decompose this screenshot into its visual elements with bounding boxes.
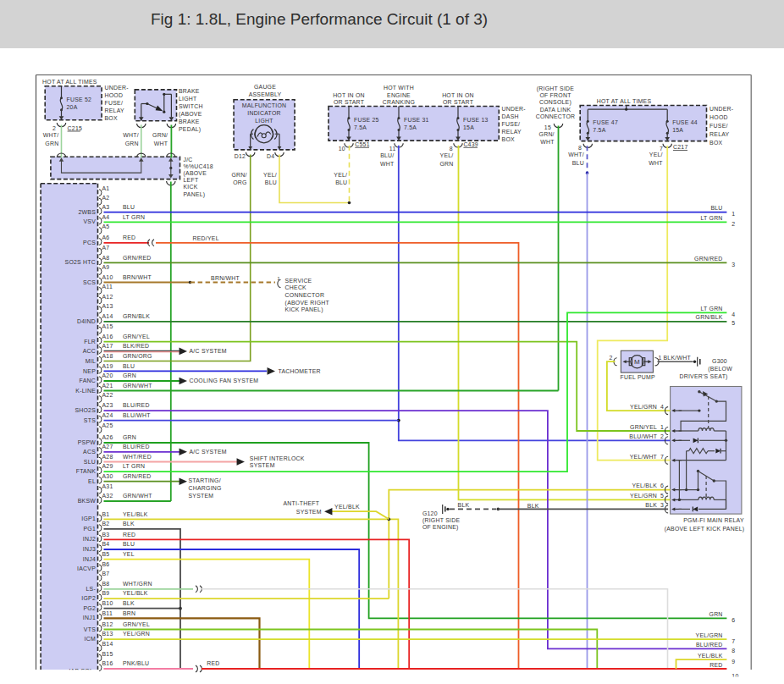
- svg-text:15A: 15A: [672, 127, 683, 133]
- svg-text:A21: A21: [102, 383, 113, 389]
- svg-text:PGM-FI MAIN RELAY: PGM-FI MAIN RELAY: [683, 517, 744, 523]
- svg-text:GRN/YEL: GRN/YEL: [123, 621, 150, 627]
- svg-text:DATA LINK: DATA LINK: [540, 107, 571, 113]
- svg-text:20A: 20A: [67, 104, 78, 110]
- svg-text:FLR: FLR: [84, 339, 96, 345]
- svg-text:BLK/WHT: BLK/WHT: [664, 355, 692, 361]
- svg-text:BLK/RED: BLK/RED: [123, 343, 149, 349]
- svg-text:Fig 1: 1.8L, Engine Performanc: Fig 1: 1.8L, Engine Performance Circuit …: [151, 10, 488, 28]
- svg-text:C217: C217: [673, 144, 687, 150]
- svg-text:BKSW: BKSW: [78, 498, 97, 504]
- svg-text:YEL/: YEL/: [263, 172, 277, 178]
- svg-text:GRN: GRN: [123, 372, 136, 378]
- svg-text:CONNECTOR: CONNECTOR: [536, 113, 576, 119]
- svg-text:INJ3: INJ3: [83, 546, 96, 552]
- svg-text:A16: A16: [102, 334, 113, 339]
- svg-text:SWITCH: SWITCH: [179, 103, 203, 109]
- svg-text:BLU: BLU: [335, 179, 347, 185]
- svg-text:RED: RED: [709, 662, 722, 668]
- svg-text:PSPW: PSPW: [78, 439, 97, 445]
- svg-text:RELAY: RELAY: [105, 108, 124, 113]
- svg-text:D4: D4: [267, 153, 274, 159]
- svg-text:PCS: PCS: [83, 240, 96, 245]
- svg-text:BLU: BLU: [123, 363, 135, 369]
- svg-text:M: M: [634, 358, 640, 366]
- svg-text:VSV: VSV: [83, 218, 96, 224]
- svg-text:GAUGE: GAUGE: [254, 84, 276, 90]
- svg-text:7.5A: 7.5A: [354, 124, 367, 130]
- svg-text:7: 7: [732, 638, 735, 644]
- svg-text:A23: A23: [102, 402, 113, 408]
- svg-text:LIGHT: LIGHT: [255, 118, 273, 124]
- svg-text:SERVICE: SERVICE: [285, 278, 312, 284]
- svg-text:FUEL PUMP: FUEL PUMP: [621, 374, 656, 380]
- svg-text:INJ2: INJ2: [83, 536, 96, 542]
- svg-text:(RIGHT SIDE: (RIGHT SIDE: [537, 86, 575, 92]
- svg-text:BLU: BLU: [265, 179, 277, 185]
- svg-text:3: 3: [732, 262, 735, 268]
- svg-text:FANC: FANC: [80, 378, 96, 383]
- svg-text:YEL/BLK: YEL/BLK: [698, 653, 723, 659]
- svg-text:YEL/: YEL/: [440, 152, 454, 158]
- svg-text:A27: A27: [102, 444, 113, 450]
- svg-text:OR START: OR START: [334, 99, 365, 105]
- svg-text:BLU: BLU: [710, 205, 722, 211]
- svg-text:RED/YEL: RED/YEL: [193, 235, 219, 241]
- svg-text:ACS: ACS: [83, 449, 96, 455]
- svg-text:BLK: BLK: [123, 521, 135, 527]
- svg-text:A5: A5: [102, 223, 110, 229]
- svg-text:GRN/YEL: GRN/YEL: [630, 424, 657, 430]
- svg-text:(RIGHT SIDE: (RIGHT SIDE: [422, 517, 461, 524]
- svg-text:GRN: GRN: [45, 141, 58, 146]
- svg-text:SLU: SLU: [84, 459, 96, 465]
- svg-text:RELAY: RELAY: [709, 131, 729, 137]
- svg-text:15A: 15A: [463, 124, 474, 130]
- svg-text:SYSTEM: SYSTEM: [189, 493, 214, 499]
- svg-text:A13: A13: [102, 303, 113, 309]
- svg-text:1: 1: [659, 355, 662, 361]
- svg-text:YEL/GRN: YEL/GRN: [630, 404, 657, 410]
- svg-text:KICK: KICK: [184, 184, 198, 190]
- svg-text:MIL: MIL: [86, 358, 96, 364]
- svg-text:LT GRN: LT GRN: [123, 214, 145, 220]
- svg-text:CHECK: CHECK: [285, 284, 307, 290]
- svg-text:B4: B4: [102, 541, 110, 547]
- svg-text:UNDER-: UNDER-: [709, 106, 733, 112]
- svg-text:CONSOLE): CONSOLE): [539, 99, 571, 106]
- svg-text:7.5A: 7.5A: [593, 127, 605, 133]
- svg-text:WHT: WHT: [380, 161, 395, 167]
- svg-text:YEL/GRN: YEL/GRN: [696, 632, 723, 638]
- svg-text:LEFT: LEFT: [184, 177, 199, 183]
- svg-text:A19: A19: [102, 363, 113, 369]
- svg-text:ACC: ACC: [83, 348, 96, 354]
- svg-text:A11: A11: [102, 284, 113, 290]
- svg-text:BOX: BOX: [105, 115, 118, 121]
- svg-text:FUSE 47: FUSE 47: [593, 119, 618, 125]
- svg-text:PNK/BLU: PNK/BLU: [123, 660, 149, 666]
- svg-text:STARTING/: STARTING/: [189, 477, 221, 483]
- svg-text:D4IND: D4IND: [77, 318, 96, 324]
- svg-text:BLK: BLK: [123, 600, 135, 606]
- svg-text:2: 2: [660, 433, 664, 439]
- svg-text:BRAKE: BRAKE: [179, 119, 200, 124]
- svg-text:A6: A6: [102, 234, 110, 240]
- svg-text:A14: A14: [102, 313, 113, 319]
- svg-text:GRN: GRN: [125, 141, 139, 146]
- svg-text:A/C SYSTEM: A/C SYSTEM: [190, 348, 227, 354]
- svg-text:A1: A1: [102, 185, 110, 191]
- svg-text:YEL/: YEL/: [334, 172, 347, 178]
- svg-text:BLU: BLU: [123, 204, 135, 210]
- svg-text:7: 7: [660, 454, 664, 460]
- svg-text:HOOD: HOOD: [709, 114, 728, 120]
- svg-text:FUSE/: FUSE/: [105, 100, 124, 106]
- svg-text:BLU/RED: BLU/RED: [123, 444, 150, 450]
- svg-text:BLU: BLU: [572, 160, 584, 166]
- svg-text:GRN: GRN: [123, 434, 136, 440]
- svg-text:GRN/WHT: GRN/WHT: [123, 493, 152, 499]
- svg-text:A8: A8: [102, 255, 110, 261]
- svg-text:HOOD: HOOD: [105, 92, 124, 98]
- svg-text:GRN/: GRN/: [539, 131, 555, 137]
- svg-text:B2: B2: [102, 521, 110, 527]
- svg-text:ENGINE: ENGINE: [387, 92, 411, 98]
- svg-text:SHO2S: SHO2S: [75, 407, 96, 413]
